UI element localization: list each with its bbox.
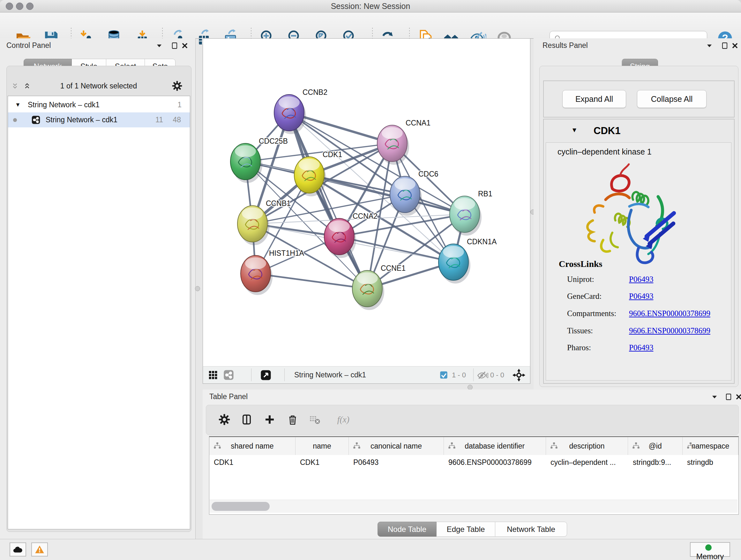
network-node-CCNE1[interactable]: CCNE1	[352, 264, 406, 310]
titlebar: Session: New Session	[0, 0, 741, 12]
panel-menu-icon[interactable]	[155, 42, 163, 50]
node-label: CCNA1	[406, 119, 430, 127]
network-collection-count: 1	[167, 98, 182, 112]
horizontal-splitter-handle[interactable]	[468, 385, 473, 390]
fx-icon: f(x)	[331, 414, 355, 426]
network-overview-icon[interactable]	[223, 369, 234, 381]
fit-content-icon[interactable]	[513, 369, 525, 381]
network-selected-status: 1 of 1 Network selected	[6, 78, 191, 93]
network-node-RB1[interactable]: RB1	[450, 190, 492, 236]
table-horizontal-scrollbar[interactable]	[210, 500, 738, 513]
network-view-title: String Network – cdk1	[294, 367, 366, 383]
network-node-CCNB2[interactable]: CCNB2	[274, 88, 327, 134]
delete-table-button[interactable]	[309, 414, 321, 426]
network-options-gear-icon[interactable]	[172, 80, 183, 91]
gene-section-header[interactable]: ▼ CDK1	[544, 119, 734, 142]
left-splitter-handle[interactable]	[195, 286, 200, 291]
column-header-namespace[interactable]: namespace	[683, 437, 738, 455]
gear-icon	[218, 414, 230, 426]
automation-button[interactable]	[10, 543, 26, 557]
node-label: CCNB1	[266, 199, 291, 207]
column-type-icon	[632, 442, 640, 450]
detach-view-icon[interactable]	[260, 369, 272, 381]
table-close-icon[interactable]	[735, 393, 741, 401]
network-tree-item[interactable]: String Network – cdk1 11 48	[8, 112, 190, 127]
crosslink-row: GeneCard: P06493	[567, 292, 727, 301]
column-header-sharedname[interactable]: shared name	[209, 437, 295, 455]
table-row[interactable]: CDK1CDK1P064939606.ENSP00000378699cyclin…	[209, 455, 738, 470]
column-header-canonicalname[interactable]: canonical name	[349, 437, 444, 455]
window-minimize-button[interactable]	[16, 3, 23, 10]
column-type-icon	[686, 442, 695, 450]
section-collapse-icon[interactable]: ▼	[571, 126, 578, 134]
results-panel-title: Results Panel	[542, 41, 588, 50]
table-cell[interactable]: stringdb	[683, 455, 738, 470]
window-close-button[interactable]	[6, 3, 13, 10]
network-edge[interactable]	[289, 113, 367, 289]
memory-button[interactable]: Memory	[690, 542, 730, 557]
cloud-icon	[12, 544, 24, 555]
add-column-button[interactable]	[264, 414, 276, 426]
tab-node-table[interactable]: Node Table	[378, 522, 436, 537]
results-menu-icon[interactable]	[705, 42, 714, 50]
results-float-icon[interactable]	[721, 42, 729, 50]
window-zoom-button[interactable]	[26, 3, 33, 10]
tab-network-table[interactable]: Network Table	[495, 522, 567, 537]
crosslink-link[interactable]: P06493	[629, 343, 653, 352]
delete-column-button[interactable]	[286, 414, 299, 426]
network-tree-root[interactable]: ▼ String Network – cdk1 1	[8, 98, 190, 112]
column-header-id[interactable]: @id	[628, 437, 682, 455]
crosslink-label: Pharos:	[567, 343, 591, 352]
show-columns-button[interactable]	[241, 414, 253, 426]
table-cell[interactable]: P06493	[349, 455, 444, 470]
crosslink-link[interactable]: P06493	[629, 275, 653, 284]
warnings-button[interactable]	[31, 543, 48, 557]
network-node-HIST1H1A[interactable]: HIST1H1A	[241, 249, 305, 295]
crosslink-row: Tissues: 9606.ENSP00000378699	[567, 326, 727, 335]
table-cell[interactable]: cyclin–dependent ...	[546, 455, 628, 470]
table-cell[interactable]: 9606.ENSP00000378699	[444, 455, 546, 470]
panel-float-icon[interactable]	[171, 42, 179, 50]
collapse-all-button[interactable]: Collapse All	[637, 90, 706, 108]
crosslink-label: Uniprot:	[567, 275, 594, 284]
control-panel: Control Panel Network Style Select Sets …	[0, 38, 196, 539]
column-header-description[interactable]: description	[546, 437, 628, 455]
hidden-elements-icon	[477, 370, 488, 381]
column-header-databaseidentifier[interactable]: database identifier	[444, 437, 546, 455]
crosslink-row: Uniprot: P06493	[567, 275, 727, 284]
tree-expander-icon[interactable]: ▼	[15, 98, 21, 112]
network-edge[interactable]	[339, 237, 454, 262]
crosslink-link[interactable]: 9606.ENSP00000378699	[629, 326, 711, 335]
panel-close-icon[interactable]	[181, 42, 189, 50]
memory-label: Memory	[696, 552, 724, 560]
table-cell[interactable]: CDK1	[209, 455, 295, 470]
network-node-CDKN1A[interactable]: CDKN1A	[439, 238, 497, 284]
crosslink-link[interactable]: P06493	[629, 292, 653, 301]
table-panel-title: Table Panel	[209, 392, 248, 401]
crosslink-link[interactable]: 9606.ENSP00000378699	[629, 309, 711, 318]
node-table-header: shared namenamecanonical namedatabase id…	[209, 437, 738, 455]
expand-all-button[interactable]: Expand All	[562, 90, 626, 108]
network-node-CDC6[interactable]: CDC6	[390, 170, 439, 216]
table-float-icon[interactable]	[724, 393, 733, 401]
warning-icon	[34, 544, 45, 555]
table-cell[interactable]: stringdb:9...	[628, 455, 683, 470]
tab-edge-table[interactable]: Edge Table	[436, 522, 495, 537]
network-canvas[interactable]: CCNB2CCNA1CDC25BCDK1CDC6RB1CCNB1CCNA2CDK…	[203, 39, 530, 367]
network-icon	[31, 115, 41, 125]
column-header-name[interactable]: name	[295, 437, 349, 455]
table-cell[interactable]: CDK1	[295, 455, 349, 470]
network-node-CCNA1[interactable]: CCNA1	[377, 119, 430, 165]
table-settings-button[interactable]	[218, 414, 230, 426]
function-builder-button[interactable]: f(x)	[331, 414, 355, 426]
columns-icon	[241, 414, 253, 426]
selected-nodes-checkbox-icon[interactable]	[439, 370, 448, 380]
network-status-dot	[13, 118, 17, 122]
table-menu-icon[interactable]	[711, 393, 719, 401]
node-label: CDKN1A	[467, 238, 497, 246]
results-close-icon[interactable]	[731, 42, 739, 50]
grid-view-icon[interactable]	[208, 370, 219, 381]
gene-section: ▼ CDK1 cyclin–dependent kinase 1	[543, 119, 735, 384]
scrollbar-thumb[interactable]	[212, 502, 270, 511]
node-label: CDC6	[418, 170, 439, 178]
